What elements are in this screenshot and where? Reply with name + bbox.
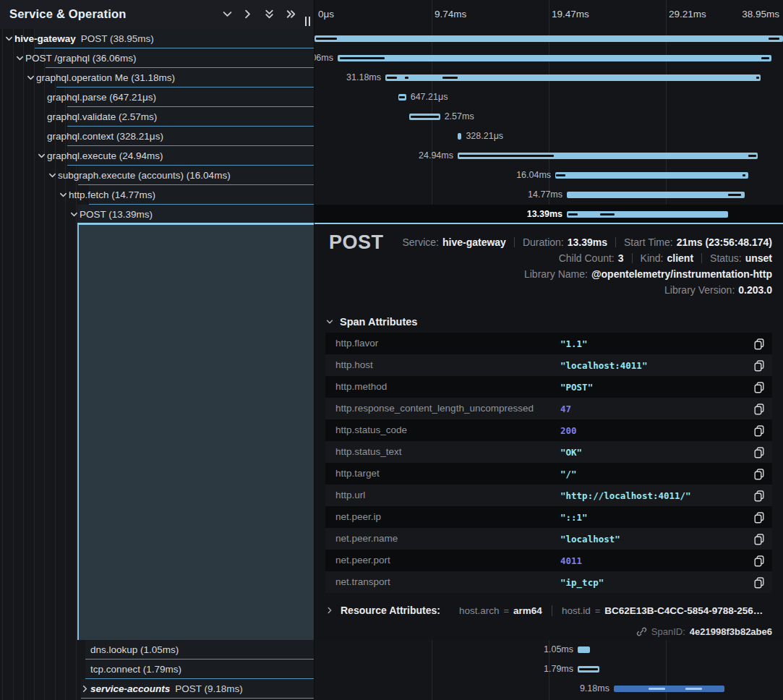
span-tree-row[interactable]: POST (13.39ms): [0, 205, 315, 224]
resource-attr-key: host.arch: [459, 605, 500, 616]
span-duration-bar[interactable]: [567, 211, 728, 218]
child-span-mark: [442, 77, 458, 79]
span-bar-row[interactable]: 328.21μs: [315, 127, 783, 146]
span-duration-bar[interactable]: [385, 74, 761, 81]
copy-icon[interactable]: [753, 490, 765, 502]
copy-icon[interactable]: [753, 403, 765, 415]
child-span-mark: [556, 174, 565, 176]
span-tree-row[interactable]: graphql.execute (24.94ms): [0, 146, 315, 166]
span-attributes-toggle[interactable]: Span Attributes: [325, 316, 417, 328]
resource-attr-value: BC62E13B-C4CC-5854-9788-256…: [604, 605, 763, 616]
span-duration-bar[interactable]: [338, 55, 771, 61]
operation-name: POST (9.18ms): [175, 683, 243, 694]
span-tree-row[interactable]: service-accountsPOST (9.18ms): [0, 679, 315, 699]
span-tree-row[interactable]: tcp.connect (1.79ms): [0, 660, 315, 679]
span-bar-row[interactable]: 13.39ms: [315, 205, 783, 224]
span-bar-row[interactable]: 2.57ms: [315, 107, 783, 127]
span-bar-row[interactable]: 1.79ms: [315, 660, 783, 679]
copy-icon[interactable]: [753, 576, 765, 589]
copy-icon[interactable]: [753, 446, 765, 458]
span-duration-bar[interactable]: [458, 133, 461, 140]
span-bar-row[interactable]: 24.94ms: [315, 146, 783, 166]
span-bar-row[interactable]: 14.77ms: [315, 185, 783, 205]
detail-row-spacer: [77, 224, 315, 640]
resource-attr-value: arm64: [513, 605, 542, 616]
span-row-label: graphql.parse (647.21μs): [47, 92, 156, 103]
operation-name: POST (38.95ms): [81, 33, 154, 44]
span-bar-row[interactable]: 31.18ms: [315, 68, 783, 88]
span-tree-row[interactable]: POST /graphql (36.06ms): [0, 48, 315, 68]
service-name: hive-gateway: [14, 33, 76, 44]
chevron-down-icon[interactable]: [26, 73, 36, 83]
chevron-down-icon[interactable]: [59, 190, 69, 200]
copy-icon[interactable]: [753, 533, 765, 545]
expand-all-icon[interactable]: [283, 8, 299, 21]
span-row-label: subgraph.execute (accounts) (16.04ms): [58, 170, 231, 181]
span-row-label: http.fetch (14.77ms): [69, 189, 155, 200]
meta-value: 0.203.0: [738, 284, 772, 296]
span-tree-row[interactable]: graphql.validate (2.57ms): [0, 107, 315, 127]
chevron-down-icon[interactable]: [48, 171, 58, 181]
span-bar-row[interactable]: [315, 29, 783, 48]
copy-icon[interactable]: [753, 511, 765, 524]
span-row-label: graphql.execute (24.94ms): [47, 150, 163, 161]
equals-sign: =: [503, 605, 509, 616]
span-bar-row[interactable]: 1.05ms: [315, 640, 783, 660]
pane-resize-handle[interactable]: [305, 17, 312, 26]
span-tree-row[interactable]: hive-gatewayPOST (38.95ms): [0, 29, 315, 48]
expand-one-icon[interactable]: [239, 8, 255, 21]
span-id-label: SpanID:: [651, 626, 685, 637]
meta-label: Library Version:: [664, 284, 735, 296]
span-tree-row[interactable]: dns.lookup (1.05ms): [0, 640, 315, 660]
chevron-down-icon[interactable]: [4, 34, 14, 44]
meta-value: 3: [618, 252, 624, 264]
attribute-row: http.flavor"1.1": [325, 333, 772, 354]
span-tree-row[interactable]: graphql.context (328.21μs): [0, 127, 315, 146]
attribute-value: "1.1": [560, 338, 588, 349]
attribute-key: http.response_content_length_uncompresse…: [335, 403, 534, 414]
span-bar-row[interactable]: 36.06ms: [315, 48, 783, 68]
child-span-mark: [568, 213, 578, 215]
detail-meta-line-3: Library Name:@opentelemetry/instrumentat…: [524, 267, 772, 281]
span-id-value: 4e21998f3b82abe6: [690, 626, 772, 637]
attribute-key: http.flavor: [335, 338, 378, 349]
copy-icon[interactable]: [753, 555, 765, 567]
copy-icon[interactable]: [753, 359, 765, 372]
attribute-key: http.status_text: [335, 446, 402, 457]
tree-header-title: Service & Operation: [9, 7, 127, 21]
span-duration-bar[interactable]: [578, 646, 590, 653]
meta-value: 13.39ms: [568, 236, 607, 248]
span-bar-row[interactable]: 9.18ms: [315, 679, 783, 699]
chevron-down-icon[interactable]: [69, 210, 80, 220]
copy-icon[interactable]: [753, 468, 765, 480]
chevron-down-icon: [325, 317, 334, 326]
span-bar-row[interactable]: 16.04ms: [315, 166, 783, 185]
span-bar-row[interactable]: 647.21μs: [315, 88, 783, 107]
copy-icon[interactable]: [753, 424, 765, 437]
resource-attributes-toggle[interactable]: Resource Attributes:host.arch=arm64host.…: [325, 605, 772, 616]
meta-label: Duration:: [523, 236, 564, 248]
link-icon[interactable]: [636, 626, 647, 637]
attribute-row: http.host"localhost:4011": [325, 354, 772, 376]
span-tree-row[interactable]: http.fetch (14.77ms): [0, 185, 315, 205]
span-duration-bar[interactable]: [567, 192, 745, 198]
copy-icon[interactable]: [753, 381, 765, 393]
span-tree-row[interactable]: graphql.parse (647.21μs): [0, 88, 315, 107]
span-tree-row[interactable]: subgraph.execute (accounts) (16.04ms): [0, 166, 315, 185]
attribute-value: "http://localhost:4011/": [560, 490, 691, 501]
collapse-all-icon[interactable]: [261, 8, 277, 21]
chevron-down-icon[interactable]: [15, 54, 25, 64]
span-duration-bar[interactable]: [315, 35, 783, 42]
chevron-down-icon[interactable]: [37, 151, 47, 161]
span-tree-row[interactable]: graphql.operation Me (31.18ms): [0, 68, 315, 88]
child-span-mark: [579, 668, 598, 670]
copy-icon[interactable]: [753, 338, 765, 350]
attribute-value: 47: [560, 404, 571, 414]
span-duration-bar[interactable]: [555, 172, 748, 179]
meta-value: @opentelemetry/instrumentation-http: [591, 268, 772, 280]
span-duration-bar[interactable]: [614, 686, 724, 692]
divider: [615, 237, 616, 247]
chevron-right-icon[interactable]: [80, 684, 90, 694]
collapse-one-icon[interactable]: [219, 8, 235, 21]
detail-span-title: POST: [329, 231, 384, 254]
